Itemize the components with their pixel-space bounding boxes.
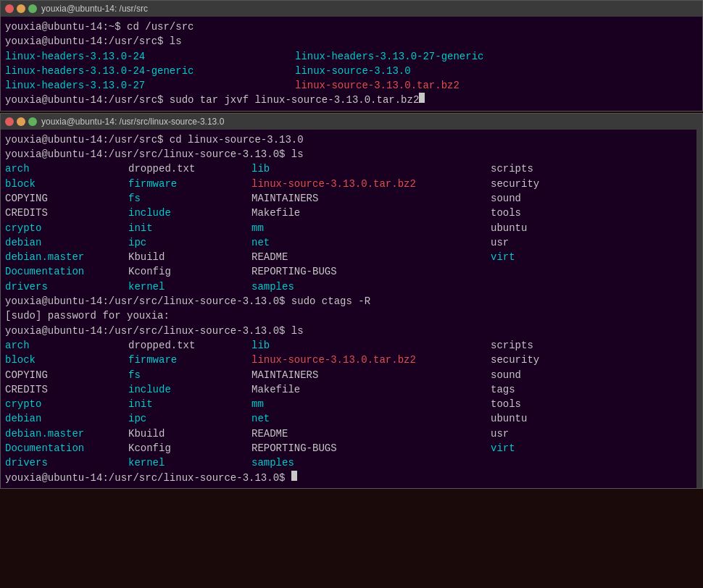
ls-item: REPORTING-BUGS (251, 441, 491, 455)
ls-item: Kbuild (128, 427, 251, 441)
ls-item: dropped.txt (128, 338, 251, 353)
close-button-1[interactable] (5, 4, 14, 13)
maximize-button-2[interactable] (28, 117, 37, 126)
line-w1-2: youxia@ubuntu-14:/usr/src$ ls (5, 34, 698, 49)
ls-item: README (251, 250, 491, 264)
minimize-button-1[interactable] (17, 4, 25, 13)
ls-item: CREDITS (5, 206, 128, 220)
ls-item: virt (491, 441, 636, 455)
cursor-w1 (419, 93, 425, 103)
ls-item: usr (491, 235, 636, 250)
window-controls-1[interactable] (5, 4, 37, 13)
ls-item: security (491, 353, 636, 367)
ls-item: debian (5, 411, 128, 426)
ls-item: firmware (128, 353, 251, 367)
ls-item: Kconfig (128, 441, 251, 455)
prompt-w2-2: youxia@ubuntu-14:/usr/src/linux-source-3… (5, 147, 304, 161)
line-w2-ctags: youxia@ubuntu-14:/usr/src/linux-source-3… (5, 294, 698, 308)
ls-item: init (128, 221, 251, 235)
ls-item: MAINTAINERS (251, 191, 491, 206)
ls-item: ubuntu (491, 221, 636, 235)
minimize-button-2[interactable] (17, 117, 25, 126)
ls-item: Kconfig (128, 264, 251, 279)
ls-item: ubuntu (491, 411, 636, 426)
ls-row-1: linux-headers-3.13.0-24 linux-headers-3.… (5, 49, 698, 64)
window-1: youxia@ubuntu-14: /usr/src youxia@ubuntu… (0, 0, 703, 112)
ls-item: drivers (5, 455, 128, 470)
line-w2-sudo: [sudo] password for youxia: (5, 308, 698, 323)
prompt-w1-3: youxia@ubuntu-14:/usr/src$ sudo tar jxvf… (5, 93, 419, 107)
ls-item: debian.master (5, 250, 128, 264)
prompt-w2-ls2: youxia@ubuntu-14:/usr/src/linux-source-3… (5, 324, 304, 338)
prompt-w2-final: youxia@ubuntu-14:/usr/src/linux-source-3… (5, 471, 291, 485)
line-w2-ls2: youxia@ubuntu-14:/usr/src/linux-source-3… (5, 324, 698, 338)
ls-item: sound (491, 368, 636, 382)
ls-item: net (251, 235, 491, 250)
ls-item: scripts (491, 338, 636, 353)
ls-item: crypto (5, 397, 128, 411)
titlebar-title-2: youxia@ubuntu-14: /usr/src/linux-source-… (41, 117, 224, 127)
ls-item: COPYING (5, 191, 128, 206)
ls-item: usr (491, 427, 636, 441)
ls-item (491, 455, 636, 470)
ls-item: debian.master (5, 427, 128, 441)
window-controls-2[interactable] (5, 117, 37, 126)
cursor-w2 (291, 471, 297, 481)
ls-item: fs (128, 191, 251, 206)
ls-item: virt (491, 250, 636, 264)
ls-item (491, 264, 636, 279)
ls-item: tools (491, 206, 636, 220)
ls-item: security (491, 177, 636, 191)
terminal-body-1: youxia@ubuntu-14:~$ cd /usr/src youxia@u… (1, 17, 702, 111)
prompt-w1-2: youxia@ubuntu-14:/usr/src$ ls (5, 34, 182, 49)
ls-grid-1: arch dropped.txt lib scripts block firmw… (5, 161, 698, 294)
ls-item: linux-source-3.13.0.tar.bz2 (295, 78, 698, 93)
maximize-button-1[interactable] (28, 4, 37, 13)
ls-item: MAINTAINERS (251, 368, 491, 382)
close-button-2[interactable] (5, 117, 14, 126)
ls-item: REPORTING-BUGS (251, 264, 491, 279)
ls-item: debian (5, 235, 128, 250)
ls-item: lib (251, 338, 491, 353)
ls-item: init (128, 397, 251, 411)
ls-row-2: linux-headers-3.13.0-24-generic linux-so… (5, 64, 698, 78)
line-w2-1: youxia@ubuntu-14:/usr/src$ cd linux-sour… (5, 133, 698, 147)
ls-item: linux-source-3.13.0 (295, 64, 698, 78)
ls-item: block (5, 177, 128, 191)
prompt-w1-1: youxia@ubuntu-14:~$ cd /usr/src (5, 20, 194, 34)
line-w2-final: youxia@ubuntu-14:/usr/src/linux-source-3… (5, 471, 698, 485)
sudo-prompt: [sudo] password for youxia: (5, 308, 170, 323)
window-2: youxia@ubuntu-14: /usr/src/linux-source-… (0, 113, 703, 489)
ls-item: linux-headers-3.13.0-24 (5, 49, 295, 64)
ls-item: crypto (5, 221, 128, 235)
ls-item: Kbuild (128, 250, 251, 264)
titlebar-2: youxia@ubuntu-14: /usr/src/linux-source-… (1, 114, 702, 130)
ls-item: linux-source-3.13.0.tar.bz2 (251, 353, 491, 367)
ls-item: kernel (128, 280, 251, 294)
ls-item: linux-source-3.13.0.tar.bz2 (251, 177, 491, 191)
ls-item: linux-headers-3.13.0-27-generic (295, 49, 698, 64)
ls-item: linux-headers-3.13.0-27 (5, 78, 295, 93)
ls-item: include (128, 206, 251, 220)
line-w1-3: youxia@ubuntu-14:/usr/src$ sudo tar jxvf… (5, 93, 698, 107)
ls-item: lib (251, 161, 491, 176)
ls-item: kernel (128, 455, 251, 470)
ls-item: tags (491, 382, 636, 397)
ls-item: Documentation (5, 441, 128, 455)
ls-item (491, 280, 636, 294)
ls-grid-2: arch dropped.txt lib scripts block firmw… (5, 338, 698, 471)
ls-item: arch (5, 338, 128, 353)
titlebar-title-1: youxia@ubuntu-14: /usr/src (41, 4, 148, 14)
ls-item: README (251, 427, 491, 441)
ls-item: sound (491, 191, 636, 206)
ls-item: COPYING (5, 368, 128, 382)
ls-item: Documentation (5, 264, 128, 279)
ls-item: fs (128, 368, 251, 382)
ls-item: firmware (128, 177, 251, 191)
ls-item: arch (5, 161, 128, 176)
ls-item: samples (251, 455, 491, 470)
ls-item: scripts (491, 161, 636, 176)
ls-item: dropped.txt (128, 161, 251, 176)
ls-item: ipc (128, 235, 251, 250)
scrollbar[interactable] (696, 130, 702, 488)
